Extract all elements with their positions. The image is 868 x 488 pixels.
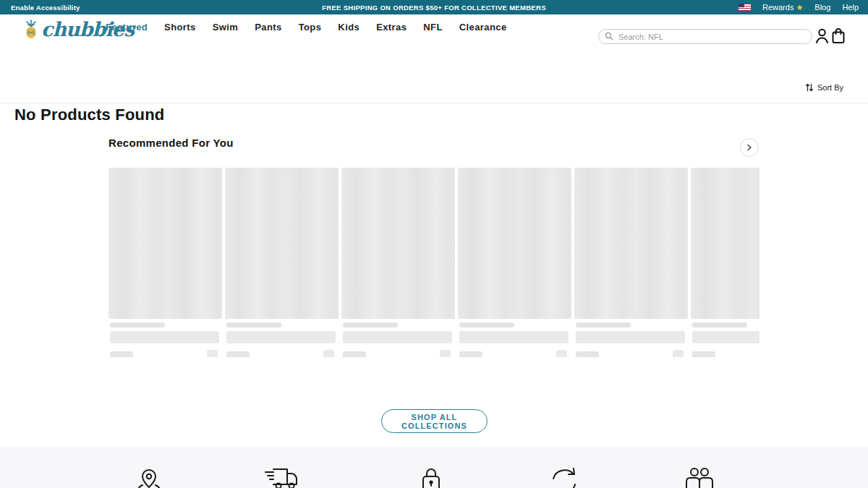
promo-message: FREE SHIPPING ON ORDERS $50+ FOR COLLECT… bbox=[322, 4, 546, 12]
skeleton-product-price bbox=[226, 331, 336, 343]
search-input[interactable] bbox=[598, 29, 812, 44]
skeleton-product-price bbox=[343, 331, 452, 343]
chevron-right-icon bbox=[746, 144, 753, 151]
top-promo-bar: Enable Accessibility FREE SHIPPING ON OR… bbox=[0, 0, 868, 14]
skeleton-product-card bbox=[341, 168, 455, 357]
skeleton-product-image bbox=[458, 168, 571, 319]
skeleton-swatch bbox=[323, 350, 334, 357]
skeleton-product-card bbox=[574, 168, 688, 357]
nav-item-clearance[interactable]: Clearance bbox=[459, 22, 507, 33]
skeleton-product-title bbox=[692, 322, 747, 328]
nav-item-tops[interactable]: Tops bbox=[299, 22, 322, 33]
skeleton-swatch bbox=[440, 350, 451, 357]
skeleton-swatch bbox=[207, 350, 218, 357]
nav-item-shorts[interactable]: Shorts bbox=[164, 22, 196, 33]
shop-all-collections-button[interactable]: SHOP ALL COLLECTIONS bbox=[381, 409, 488, 433]
enable-accessibility-link[interactable]: Enable Accessibility bbox=[11, 4, 80, 12]
skeleton-product-price bbox=[576, 331, 685, 343]
skeleton-product-tag bbox=[576, 351, 599, 358]
nav-item-kids[interactable]: Kids bbox=[338, 22, 359, 33]
skeleton-product-title bbox=[459, 322, 514, 328]
search-bar bbox=[598, 29, 812, 44]
location-pin-icon bbox=[132, 466, 166, 488]
skeleton-product-tag bbox=[692, 351, 715, 358]
no-products-heading: No Products Found bbox=[14, 106, 165, 124]
page: Enable Accessibility FREE SHIPPING ON OR… bbox=[0, 0, 868, 488]
nav-item-pants[interactable]: Pants bbox=[255, 22, 281, 33]
carousel-next-button[interactable] bbox=[740, 138, 759, 157]
us-flag-icon[interactable] bbox=[739, 4, 751, 11]
skeleton-product-title bbox=[110, 322, 165, 328]
skeleton-product-tag bbox=[343, 351, 366, 358]
topbar-links: Rewards ★ Blog Help bbox=[739, 3, 859, 12]
skeleton-product-image bbox=[574, 168, 688, 319]
skeleton-product-price bbox=[110, 331, 219, 343]
skeleton-product-tag bbox=[110, 351, 133, 358]
skeleton-product-card bbox=[458, 168, 571, 357]
skeleton-product-image bbox=[691, 168, 760, 319]
sort-icon bbox=[805, 83, 814, 92]
skeleton-product-price bbox=[459, 331, 569, 343]
skeleton-product-tag bbox=[459, 351, 482, 358]
rewards-link[interactable]: Rewards ★ bbox=[762, 3, 803, 12]
blog-link[interactable]: Blog bbox=[814, 3, 830, 12]
skeleton-product-title bbox=[343, 322, 398, 328]
skeleton-product-price bbox=[692, 331, 760, 343]
nav-item-featured[interactable]: Featured bbox=[106, 22, 148, 33]
skeleton-product-title bbox=[226, 322, 281, 328]
skeleton-product-tag bbox=[226, 351, 250, 358]
skeleton-product-image bbox=[109, 168, 222, 319]
skeleton-product-image bbox=[341, 168, 455, 319]
footer-value-props bbox=[0, 447, 868, 488]
recommended-carousel bbox=[109, 168, 760, 357]
skeleton-swatch bbox=[673, 350, 684, 357]
sort-by-label: Sort By bbox=[817, 83, 843, 92]
skeleton-product-card bbox=[225, 168, 339, 357]
truck-icon bbox=[263, 466, 299, 488]
help-link[interactable]: Help bbox=[842, 3, 859, 12]
nav-item-extras[interactable]: Extras bbox=[376, 22, 407, 33]
lock-icon bbox=[418, 466, 444, 488]
nav-item-swim[interactable]: Swim bbox=[213, 22, 239, 33]
skeleton-product-title bbox=[576, 322, 631, 328]
skeleton-product-image bbox=[225, 168, 339, 319]
section-divider bbox=[0, 103, 868, 103]
skeleton-product-card bbox=[691, 168, 760, 357]
sort-by-control[interactable]: Sort By bbox=[805, 83, 843, 92]
skeleton-product-card bbox=[109, 168, 222, 357]
account-icon[interactable] bbox=[814, 27, 830, 44]
people-icon bbox=[682, 466, 717, 488]
skeleton-swatch bbox=[556, 350, 567, 357]
bag-icon[interactable] bbox=[831, 27, 846, 44]
star-icon: ★ bbox=[796, 3, 803, 12]
refresh-icon bbox=[548, 466, 581, 488]
main-nav: Featured Shorts Swim Pants Tops Kids Ext… bbox=[106, 22, 507, 33]
pineapple-icon bbox=[24, 19, 38, 39]
search-icon bbox=[605, 32, 613, 40]
nav-item-nfl[interactable]: NFL bbox=[423, 22, 442, 33]
recommended-heading: Recommended For You bbox=[109, 137, 234, 149]
